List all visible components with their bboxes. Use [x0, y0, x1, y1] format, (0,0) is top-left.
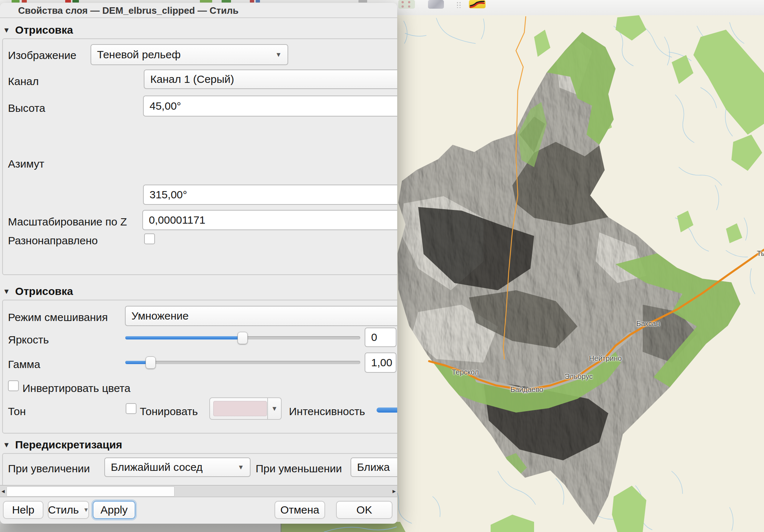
color-swatch	[213, 401, 267, 416]
scroll-left-icon[interactable]: ◂	[1, 486, 5, 496]
background-panel	[0, 524, 281, 532]
slider-handle[interactable]	[146, 356, 156, 369]
collapse-triangle-icon: ▼	[3, 441, 10, 449]
section-resampling[interactable]: ▼Передискретизация	[3, 439, 122, 451]
chevron-down-icon: ▼	[83, 507, 89, 513]
toolbar-fragment	[256, 0, 260, 3]
strength-label: Интенсивность	[289, 405, 365, 418]
chevron-down-icon: ▼	[267, 398, 281, 419]
zoom-out-combobox[interactable]: Ближа	[350, 457, 397, 477]
map-label-baksan: Баксан	[636, 320, 660, 328]
layer-properties-dialog: Свойства слоя — DEM_elbrus_clipped — Сти…	[0, 3, 397, 524]
z-factor-field[interactable]: 0,00001171	[142, 210, 397, 230]
toolbar-fragment	[12, 0, 20, 3]
toolbar-fragment	[72, 0, 79, 3]
tint-color-button[interactable]: ▼	[209, 397, 282, 420]
collapse-triangle-icon: ▼	[3, 26, 10, 34]
toolbar-fragment	[222, 0, 231, 3]
map-label-elbrus: Эльбрус	[564, 372, 593, 381]
toolbar-fragment	[65, 0, 71, 3]
invert-colors-label: Инвертировать цвета	[22, 382, 130, 394]
colorize-label: Тонировать	[140, 405, 198, 418]
band-combobox[interactable]: Канал 1 (Серый)	[144, 69, 397, 89]
map-label-terskol: Терскол	[452, 368, 479, 376]
chevron-down-icon: ▼	[275, 51, 282, 59]
image-label: Изображение	[8, 49, 76, 62]
colorize-checkbox[interactable]	[126, 403, 137, 414]
toolbar-fragment	[250, 0, 254, 3]
gamma-slider[interactable]	[125, 356, 360, 368]
scroll-right-icon[interactable]: ▸	[393, 486, 396, 496]
invert-colors-checkbox[interactable]	[8, 380, 19, 391]
hillshade-tool-icon[interactable]	[428, 0, 444, 9]
strength-slider[interactable]	[377, 408, 397, 413]
gamma-label: Гамма	[8, 358, 40, 371]
collapse-triangle-icon: ▼	[3, 287, 10, 296]
zoom-out-label: При уменьшении	[256, 463, 342, 475]
map-label-neutrino: Нейтрино	[589, 354, 622, 363]
brightness-slider[interactable]	[125, 332, 360, 344]
altitude-label: Высота	[8, 102, 45, 114]
slope-tool-icon[interactable]	[469, 0, 486, 8]
toolbar-fragment	[22, 0, 27, 3]
scrollbar-thumb[interactable]	[7, 486, 175, 497]
zoom-in-label: При увеличении	[8, 463, 90, 475]
slider-fill	[125, 336, 243, 339]
gamma-spinbox[interactable]: 1,00	[365, 352, 396, 373]
section-color-rendering[interactable]: ▼Отрисовка	[3, 285, 73, 297]
apply-button[interactable]: Apply	[93, 501, 135, 519]
map-label-baidaevo: Байдаево	[511, 385, 543, 394]
chevron-down-icon: ▼	[238, 464, 244, 471]
toolbar-fragment	[358, 0, 367, 3]
map-label-clipped: Ты	[757, 249, 764, 258]
horizontal-scrollbar[interactable]: ◂ ▸	[0, 485, 397, 497]
slope-icon-glyph	[469, 0, 486, 8]
section-rendering[interactable]: ▼Отрисовка	[3, 24, 73, 36]
slider-handle[interactable]	[238, 332, 248, 344]
toolbar-fragment	[200, 0, 212, 3]
azimuth-label: Азимут	[8, 158, 44, 170]
z-factor-label: Масштабирование по Z	[8, 216, 127, 228]
style-button[interactable]: Стиль▼	[48, 501, 89, 519]
cancel-button[interactable]: Отмена	[274, 501, 325, 519]
slider-track	[125, 361, 360, 364]
zoom-in-combobox[interactable]: Ближайший сосед▼	[104, 457, 251, 477]
band-label: Канал	[8, 75, 39, 88]
toolbar-drag-handle[interactable]	[456, 1, 461, 8]
qgis-screen: Баксан Нейтрино Эльбрус Байдаево Терскол…	[0, 0, 764, 532]
image-combobox[interactable]: Теневой рельеф▼	[91, 44, 288, 65]
dialog-title: Свойства слоя — DEM_elbrus_clipped — Сти…	[0, 3, 397, 18]
help-button[interactable]: Help	[3, 501, 43, 519]
altitude-spinbox[interactable]: 45,00°	[143, 96, 397, 117]
hue-label: Тон	[8, 405, 26, 418]
multidirectional-checkbox[interactable]	[144, 233, 155, 244]
multidirectional-label: Разнонаправлено	[8, 235, 98, 247]
brightness-label: Яркость	[8, 334, 49, 346]
raster-tool-icon[interactable]	[398, 0, 415, 9]
blend-mode-label: Режим смешивания	[8, 311, 108, 324]
blend-mode-combobox[interactable]: Умножение	[125, 306, 397, 326]
brightness-spinbox[interactable]: 0	[365, 328, 396, 347]
ok-button[interactable]: OK	[336, 501, 393, 519]
azimuth-spinbox[interactable]: 315,00°	[143, 185, 397, 205]
